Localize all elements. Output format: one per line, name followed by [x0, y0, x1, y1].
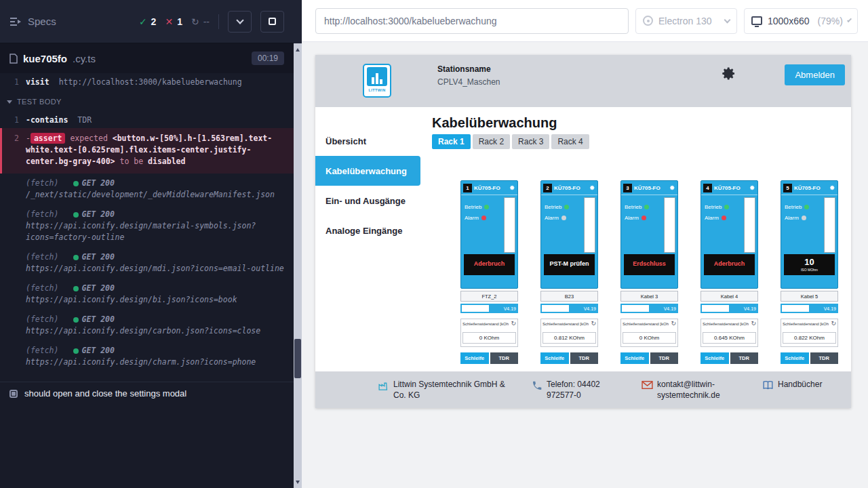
test-body-section[interactable]: TEST BODY	[0, 90, 294, 113]
command-contains[interactable]: 1 -containsTDR	[0, 113, 294, 128]
schleife-button[interactable]: Schleife	[540, 352, 569, 364]
tdr-button[interactable]: TDR	[730, 352, 759, 364]
tab-rack-4[interactable]: Rack 4	[551, 134, 589, 149]
tdr-button[interactable]: TDR	[650, 352, 679, 364]
next-test-title: should open and close the settings modal	[24, 388, 186, 399]
footer-email[interactable]: kontakt@littwin-systemtechnik.de	[642, 380, 745, 401]
tab-rack-3[interactable]: Rack 3	[512, 134, 549, 149]
fetch-log-entry[interactable]: (fetch)GET 200 https://api.iconify.desig…	[0, 205, 294, 247]
tdr-button[interactable]: TDR	[490, 352, 519, 364]
runner-scrollbar[interactable]	[294, 0, 302, 488]
scrollbar-thumb[interactable]	[294, 339, 301, 378]
status-display: Aderbruch	[464, 254, 515, 275]
stat-pending: ↻--	[191, 16, 210, 27]
monitor-icon	[751, 16, 762, 25]
sidebar-item-uebersicht[interactable]: Übersicht	[315, 126, 420, 156]
viewport-selector[interactable]: 1000x660 (79%)	[744, 8, 858, 34]
app-header: LITTWIN Stationsname CPLV4_Maschen Abmel…	[315, 55, 851, 107]
card-model: KÜ705-FO	[474, 185, 500, 191]
alarm-led	[561, 216, 566, 220]
card-gear-icon[interactable]	[669, 184, 675, 191]
fetch-log-entry[interactable]: (fetch)GET 200 https://api.iconify.desig…	[0, 310, 294, 341]
schleife-button[interactable]: Schleife	[701, 352, 729, 364]
x-icon: ✕	[165, 16, 173, 27]
card-gear-icon[interactable]	[829, 184, 835, 191]
refresh-icon[interactable]: ↻	[671, 321, 676, 327]
loop-resistance-section: Schleifenwiderstand [kOhm]↻ 0.812 KOhm	[540, 319, 598, 347]
version-strip: V4.19	[620, 304, 678, 313]
cable-name-field[interactable]: B23	[540, 291, 598, 302]
fetch-log-entry[interactable]: (fetch)GET 200 /_next/static/development…	[0, 174, 294, 205]
runner-filler	[0, 405, 294, 488]
status-display: Aderbruch	[704, 254, 755, 275]
url-input[interactable]	[315, 8, 629, 34]
tdr-button[interactable]: TDR	[810, 352, 839, 364]
failed-assert-row[interactable]: 2 -assert expected <button.w-[50%].h-[1.…	[0, 128, 294, 174]
loop-resistance-value: 0.822 KOhm	[783, 332, 836, 344]
refresh-icon[interactable]: ↻	[831, 321, 836, 327]
station-name: CPLV4_Maschen	[437, 77, 500, 87]
loop-resistance-section: Schleifenwiderstand [kOhm]↻ 0 KOhm	[620, 319, 678, 347]
version-strip: V4.19	[460, 304, 518, 313]
fetch-log-entry[interactable]: (fetch)GET 200 https://api.iconify.desig…	[0, 279, 294, 310]
refresh-icon[interactable]: ↻	[751, 321, 756, 327]
spec-timer: 00:19	[252, 52, 284, 65]
command-visit[interactable]: 1 visithttp://localhost:3000/kabelueberw…	[0, 75, 294, 90]
device-card-2: 2 KÜ705-FO Betrieb Alarm	[540, 180, 598, 372]
spec-row[interactable]: kue705fo .cy.ts 00:19	[0, 43, 294, 73]
scroll-down-arrow[interactable]	[294, 477, 302, 487]
app-under-test: LITTWIN Stationsname CPLV4_Maschen Abmel…	[315, 55, 851, 408]
station-label: Stationsname	[437, 64, 500, 74]
settings-gear-icon[interactable]	[719, 64, 737, 85]
sidebar-item-ein-und-ausgaenge[interactable]: Ein- und Ausgänge	[315, 186, 420, 216]
cable-name-field[interactable]: Kabel 4	[701, 291, 758, 302]
status-ok-dot	[73, 286, 79, 291]
screen: Specs ✓2 ✕1 ↻-- kue705fo .cy.ts 00:19 1 …	[0, 0, 868, 488]
refresh-icon[interactable]: ↻	[511, 321, 516, 327]
footer-company: Littwin Systemtechnik GmbH & Co. KG	[378, 380, 514, 401]
loop-resistance-section: Schleifenwiderstand [kOhm]↻ 0.822 KOhm	[781, 319, 838, 347]
tab-rack-1[interactable]: Rack 1	[432, 134, 471, 149]
assert-state: disabled	[148, 157, 185, 166]
status-display: PST-M prüfen	[544, 254, 595, 275]
device-card-1: 1 KÜ705-FO Betrieb Alarm	[460, 180, 518, 372]
refresh-icon[interactable]: ↻	[591, 321, 596, 327]
sidebar-item-analoge-eingaenge[interactable]: Analoge Eingänge	[315, 216, 420, 245]
sidebar-item-kabelueberwachung[interactable]: Kabelüberwachung	[315, 156, 420, 186]
card-gear-icon[interactable]	[509, 184, 515, 191]
browser-selector[interactable]: Electron 130	[635, 8, 737, 34]
betrieb-led	[484, 205, 489, 209]
tab-rack-2[interactable]: Rack 2	[473, 134, 510, 149]
level-indicator	[824, 197, 835, 253]
card-gear-icon[interactable]	[749, 184, 755, 191]
chevron-down-icon	[7, 100, 12, 104]
assert-badge: assert	[31, 133, 66, 144]
app-body: Übersicht Kabelüberwachung Ein- und Ausg…	[315, 107, 851, 408]
stop-button[interactable]	[260, 11, 284, 33]
cypress-runner-panel: Specs ✓2 ✕1 ↻-- kue705fo .cy.ts 00:19 1 …	[0, 0, 294, 488]
schleife-button[interactable]: Schleife	[781, 352, 809, 364]
cable-name-field[interactable]: FTZ_2	[460, 291, 518, 302]
schleife-button[interactable]: Schleife	[460, 352, 489, 364]
chevron-down-icon	[236, 16, 243, 24]
logout-button[interactable]: Abmelden	[785, 64, 845, 85]
next-test-row[interactable]: should open and close the settings modal	[0, 382, 294, 405]
cable-name-field[interactable]: Kabel 5	[781, 291, 838, 302]
restart-icon: ↻	[191, 16, 199, 27]
card-model: KÜ705-FO	[714, 185, 741, 191]
card-gear-icon[interactable]	[589, 184, 595, 191]
specs-button[interactable]: Specs	[9, 16, 56, 27]
collapse-button[interactable]	[228, 11, 252, 33]
fetch-log-entry[interactable]: (fetch)GET 200 https://api.iconify.desig…	[0, 247, 294, 279]
footer-manuals[interactable]: Handbücher	[762, 380, 822, 390]
schleife-button[interactable]: Schleife	[620, 352, 649, 364]
fetch-log-entry[interactable]: (fetch)GET 200 https://api.iconify.desig…	[0, 341, 294, 372]
tdr-button[interactable]: TDR	[570, 352, 599, 364]
status-ok-dot	[73, 317, 79, 323]
footer-phone: Telefon: 04402 972577-0	[532, 380, 624, 401]
cable-name-field[interactable]: Kabel 3	[620, 291, 678, 302]
visit-url: http://localhost:3000/kabelueberwachung	[59, 77, 242, 87]
device-cards: 1 KÜ705-FO Betrieb Alarm	[432, 180, 851, 372]
device-card-5: 5 KÜ705-FO Betrieb Alarm	[781, 180, 838, 372]
scroll-up-arrow[interactable]	[294, 45, 302, 54]
